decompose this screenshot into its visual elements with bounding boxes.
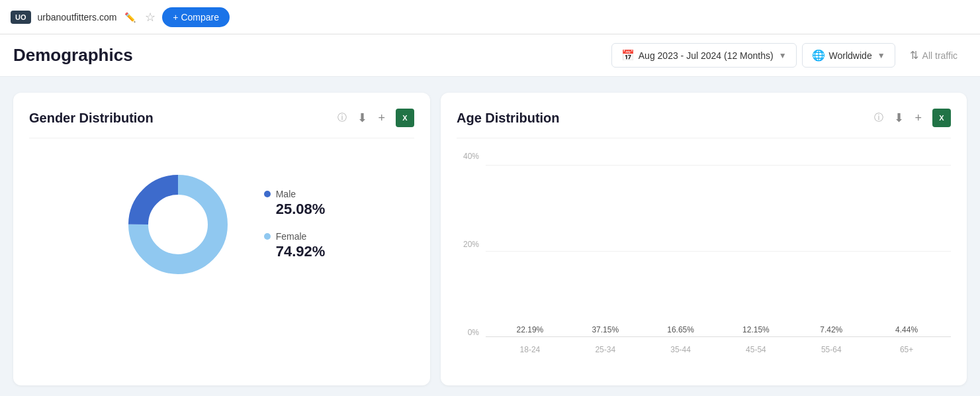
age-download-icon[interactable]: ⬇ xyxy=(894,111,904,125)
svg-point-2 xyxy=(152,198,204,251)
bar-group: 7.42% xyxy=(793,325,869,337)
age-excel-icon[interactable]: X xyxy=(932,109,951,127)
bar-pct-label: 22.19% xyxy=(517,325,544,334)
gender-download-icon[interactable]: ⬇ xyxy=(357,111,367,125)
header-row: Demographics 📅 Aug 2023 - Jul 2024 (12 M… xyxy=(0,34,980,77)
chart-area: 22.19%37.15%16.65%12.15%7.42%4.44% 18-24… xyxy=(486,165,951,357)
date-filter-label: Aug 2023 - Jul 2024 (12 Months) xyxy=(639,50,774,61)
age-card-title: Age Distribution xyxy=(457,111,869,126)
geo-filter[interactable]: 🌐 Worldwide ▼ xyxy=(802,43,895,68)
date-filter[interactable]: 📅 Aug 2023 - Jul 2024 (12 Months) ▼ xyxy=(611,43,797,68)
female-legend-item: Female 74.92% xyxy=(264,231,326,260)
gender-info-icon[interactable]: ⓘ xyxy=(337,112,347,124)
compare-button[interactable]: + Compare xyxy=(162,7,230,27)
x-axis-label: 65+ xyxy=(869,345,944,357)
bar-group: 16.65% xyxy=(643,325,719,337)
gender-add-icon[interactable]: + xyxy=(378,111,385,125)
bar-pct-label: 37.15% xyxy=(592,325,619,334)
gender-card-title: Gender Distribution xyxy=(29,111,332,126)
globe-icon: 🌐 xyxy=(812,49,825,62)
bar-pct-label: 16.65% xyxy=(667,325,694,334)
age-card-header: Age Distribution ⓘ ⬇ + X xyxy=(457,109,951,138)
age-info-icon[interactable]: ⓘ xyxy=(874,112,883,124)
gender-card-header: Gender Distribution ⓘ ⬇ + X xyxy=(29,109,414,138)
gender-distribution-card: Gender Distribution ⓘ ⬇ + X Male xyxy=(13,93,430,385)
female-value: 74.92% xyxy=(276,243,326,260)
x-axis-label: 45-54 xyxy=(718,345,793,357)
bars-row: 22.19%37.15%16.65%12.15%7.42%4.44% xyxy=(486,165,951,337)
calendar-icon: 📅 xyxy=(621,49,635,62)
bar-pct-label: 7.42% xyxy=(820,325,842,334)
male-value: 25.08% xyxy=(276,201,326,218)
site-url: urbanoutfitters.com xyxy=(38,12,117,23)
x-axis-label: 18-24 xyxy=(492,345,568,357)
male-dot xyxy=(264,191,271,197)
header-controls: 📅 Aug 2023 - Jul 2024 (12 Months) ▼ 🌐 Wo… xyxy=(606,43,967,68)
x-axis-label: 25-34 xyxy=(568,345,643,357)
edit-icon[interactable]: ✏️ xyxy=(124,12,136,23)
geo-chevron-icon: ▼ xyxy=(877,51,885,60)
female-label: Female xyxy=(276,231,307,242)
age-add-icon[interactable]: + xyxy=(914,111,922,125)
female-dot xyxy=(264,233,271,240)
traffic-filter-label: All traffic xyxy=(922,50,958,61)
bar-group: 37.15% xyxy=(568,325,643,337)
age-distribution-card: Age Distribution ⓘ ⬇ + X 40%20%0% 22.19%… xyxy=(441,93,967,385)
male-legend-item: Male 25.08% xyxy=(264,189,326,218)
donut-chart xyxy=(118,165,238,284)
male-label: Male xyxy=(276,189,296,199)
bar-group: 22.19% xyxy=(492,325,568,337)
site-badge: UO xyxy=(11,11,31,24)
geo-filter-label: Worldwide xyxy=(829,50,872,61)
bar-pct-label: 12.15% xyxy=(742,325,770,334)
traffic-icon: ⇅ xyxy=(910,49,918,62)
y-axis-label: 40% xyxy=(463,152,479,161)
star-icon[interactable]: ☆ xyxy=(145,10,156,25)
y-axis: 40%20%0% xyxy=(457,152,483,337)
x-labels-row: 18-2425-3435-4445-5455-6465+ xyxy=(486,337,951,357)
age-bar-chart: 40%20%0% 22.19%37.15%16.65%12.15%7.42%4.… xyxy=(457,152,951,357)
date-chevron-icon: ▼ xyxy=(779,51,787,60)
x-axis-label: 55-64 xyxy=(793,345,869,357)
bar-group: 12.15% xyxy=(718,325,793,337)
bar-pct-label: 4.44% xyxy=(895,325,918,334)
main-content: Gender Distribution ⓘ ⬇ + X Male xyxy=(0,77,980,396)
bar-group: 4.44% xyxy=(869,325,944,337)
page-title: Demographics xyxy=(13,45,606,66)
traffic-filter[interactable]: ⇅ All traffic xyxy=(901,44,967,67)
y-axis-label: 0% xyxy=(468,328,479,337)
y-axis-label: 20% xyxy=(463,240,479,249)
x-axis-label: 35-44 xyxy=(643,345,719,357)
donut-container: Male 25.08% Female 74.92% xyxy=(29,152,414,297)
gender-excel-icon[interactable]: X xyxy=(396,109,414,127)
gender-legend: Male 25.08% Female 74.92% xyxy=(264,189,326,260)
topbar: UO urbanoutfitters.com ✏️ ☆ + Compare xyxy=(0,0,980,34)
